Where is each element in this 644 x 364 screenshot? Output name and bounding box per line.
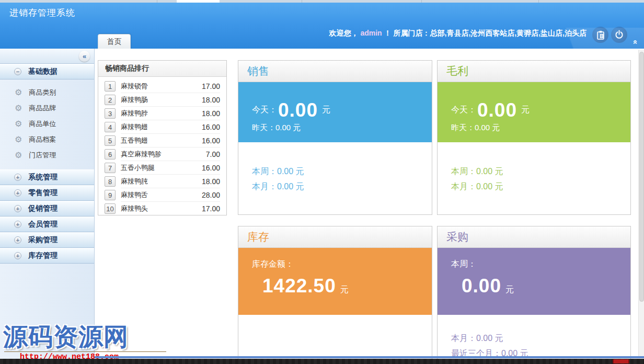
- product-value: 16.00: [202, 120, 220, 134]
- vertical-scrollbar: [638, 50, 644, 358]
- sales-card-title: 销售: [238, 61, 432, 82]
- power-icon[interactable]: [611, 27, 627, 43]
- item-label: 商品单位: [29, 119, 56, 129]
- sidebar-item-store-management[interactable]: ⚙ 门店管理: [0, 147, 94, 163]
- product-name: 真空麻辣鸭胗: [121, 147, 206, 161]
- list-item: 5 五香鸭翅 16.00: [105, 134, 220, 147]
- sidebar-basic-data-items: ⚙ 商品类别 ⚙ 商品品牌 ⚙ 商品单位 ⚙ 商品档案 ⚙ 门店管理: [0, 79, 94, 169]
- profit-card-title: 毛利: [438, 61, 630, 82]
- watermark-divider: [4, 351, 166, 352]
- sidebar-section-purchase[interactable]: + 采购管理: [0, 232, 94, 248]
- rank-badge: 5: [105, 135, 116, 146]
- product-value: 16.00: [202, 161, 220, 175]
- today-value: 0.00: [477, 99, 517, 121]
- sidebar-item-product-category[interactable]: ⚙ 商品类别: [0, 85, 94, 100]
- list-item: 9 麻辣鸭舌 28.00: [105, 188, 220, 202]
- sidebar-section-retail[interactable]: + 零售管理: [0, 185, 94, 201]
- list-item: 3 麻辣鸭脖 18.00: [105, 107, 220, 120]
- sidebar-section-member[interactable]: + 会员管理: [0, 217, 94, 232]
- product-value: 17.00: [202, 202, 220, 215]
- yesterday-value: 昨天：0.00 元: [451, 123, 630, 133]
- username: admin: [358, 29, 384, 37]
- gear-icon: ⚙: [15, 135, 22, 144]
- product-name: 麻辣鸭肠: [121, 93, 202, 107]
- week-value: 本周：0.00 元: [451, 164, 617, 179]
- purchase-banner: 本周： 0.00 元: [438, 248, 630, 315]
- bestseller-panel-title: 畅销商品排行: [98, 61, 226, 77]
- product-name: 麻辣鸭翅: [121, 120, 202, 134]
- today-value: 0.00: [278, 99, 318, 121]
- clipboard-icon[interactable]: [592, 27, 608, 43]
- month-value: 本月：0.00 元: [252, 179, 418, 194]
- month-value: 本月：0.00 元: [451, 179, 617, 194]
- item-label: 门店管理: [29, 151, 56, 160]
- section-label: 促销管理: [28, 204, 58, 213]
- expand-icon: +: [14, 189, 21, 197]
- item-label: 商品档案: [29, 135, 56, 144]
- product-name: 五香鸭翅: [121, 134, 202, 147]
- sidebar-item-product-archive[interactable]: ⚙ 商品档案: [0, 132, 94, 147]
- sidebar-item-product-unit[interactable]: ⚙ 商品单位: [0, 116, 94, 132]
- product-name: 麻辣鸭脖: [121, 107, 202, 120]
- product-value: 17.00: [202, 79, 220, 93]
- main-content: 畅销商品排行 1 麻辣锁骨 17.00 2 麻辣鸭肠 18.00 3 麻辣鸭脖 …: [95, 49, 644, 359]
- list-item: 7 五香小鸭腿 16.00: [105, 161, 220, 175]
- profit-card: 毛利 今天： 0.00 元 昨天：0.00 元 本周：0.00 元 本月：0.0…: [437, 60, 631, 215]
- expand-icon: +: [14, 236, 21, 244]
- unit-label: 元: [521, 105, 530, 116]
- product-name: 五香小鸭腿: [121, 161, 202, 175]
- app-title: 进销存管理系统: [9, 7, 75, 19]
- item-label: 商品品牌: [29, 104, 56, 113]
- taskbar: [0, 359, 644, 364]
- sidebar: « − 基础数据 ⚙ 商品类别 ⚙ 商品品牌 ⚙ 商品单位 ⚙ 商品档案 ⚙ 门…: [0, 49, 95, 359]
- gear-icon: ⚙: [15, 88, 22, 97]
- list-item: 4 麻辣鸭翅 16.00: [105, 120, 220, 134]
- gear-icon: ⚙: [15, 104, 22, 112]
- product-name: 麻辣鸭肫: [121, 175, 202, 188]
- sidebar-item-product-brand[interactable]: ⚙ 商品品牌: [0, 100, 94, 116]
- product-value: 7.00: [206, 147, 220, 161]
- list-item: 6 真空麻辣鸭胗 7.00: [105, 147, 220, 161]
- today-label: 今天：: [451, 105, 476, 116]
- welcome-text: 欢迎您，admin！ 所属门店：总部,青县店,沧州西客站店,黄骅店,盐山店,泊头…: [329, 29, 586, 38]
- rank-badge: 4: [105, 122, 116, 132]
- sales-card: 销售 今天： 0.00 元 昨天：0.00 元 本周：0.00 元 本月：0.0…: [238, 60, 432, 215]
- tab-home[interactable]: 首页: [98, 34, 131, 49]
- sidebar-section-system[interactable]: + 系统管理: [0, 169, 94, 185]
- product-name: 麻辣锁骨: [121, 79, 202, 93]
- rank-badge: 8: [105, 176, 116, 187]
- watermark-title: 源码资源网: [3, 323, 176, 350]
- sales-banner: 今天： 0.00 元 昨天：0.00 元: [238, 82, 432, 142]
- taskbar-indicator-icon[interactable]: [613, 359, 629, 363]
- product-value: 18.00: [202, 175, 220, 188]
- sales-card-body: 本周：0.00 元 本月：0.00 元: [238, 142, 432, 194]
- welcome-prefix: 欢迎您，: [329, 29, 358, 37]
- profit-banner: 今天： 0.00 元 昨天：0.00 元: [438, 82, 630, 142]
- unit-label: 元: [340, 285, 349, 295]
- product-value: 16.00: [202, 134, 220, 147]
- profit-card-body: 本周：0.00 元 本月：0.00 元: [438, 142, 630, 194]
- stock-card-title: 库存: [238, 226, 432, 248]
- rank-badge: 7: [105, 163, 116, 173]
- month-value: 本月：0.00 元: [451, 331, 617, 346]
- rank-badge: 10: [105, 203, 116, 214]
- section-label: 会员管理: [28, 220, 58, 229]
- section-label: 采购管理: [28, 235, 58, 245]
- sidebar-section-inventory[interactable]: + 库存管理: [0, 248, 94, 264]
- collapse-header-icon[interactable]: «: [631, 40, 639, 44]
- section-label: 零售管理: [28, 188, 58, 198]
- scrollbar-thumb[interactable]: [639, 52, 644, 302]
- gear-icon: ⚙: [15, 120, 22, 128]
- sidebar-collapse-button[interactable]: «: [79, 51, 90, 62]
- product-value: 28.00: [202, 188, 220, 202]
- section-label: 基础数据: [28, 67, 58, 76]
- stock-amount-label: 库存金额：: [252, 259, 432, 270]
- bestseller-list: 1 麻辣锁骨 17.00 2 麻辣鸭肠 18.00 3 麻辣鸭脖 18.00 4…: [98, 77, 226, 215]
- expand-icon: +: [14, 221, 21, 228]
- sidebar-section-basic-data[interactable]: − 基础数据: [0, 64, 94, 79]
- bestseller-panel: 畅销商品排行 1 麻辣锁骨 17.00 2 麻辣鸭肠 18.00 3 麻辣鸭脖 …: [98, 60, 227, 215]
- sidebar-section-promotion[interactable]: + 促销管理: [0, 201, 94, 217]
- stock-banner: 库存金额： 1422.50 元: [238, 248, 432, 315]
- stock-amount-value: 1422.50: [262, 275, 336, 297]
- week-label: 本周：: [451, 259, 630, 270]
